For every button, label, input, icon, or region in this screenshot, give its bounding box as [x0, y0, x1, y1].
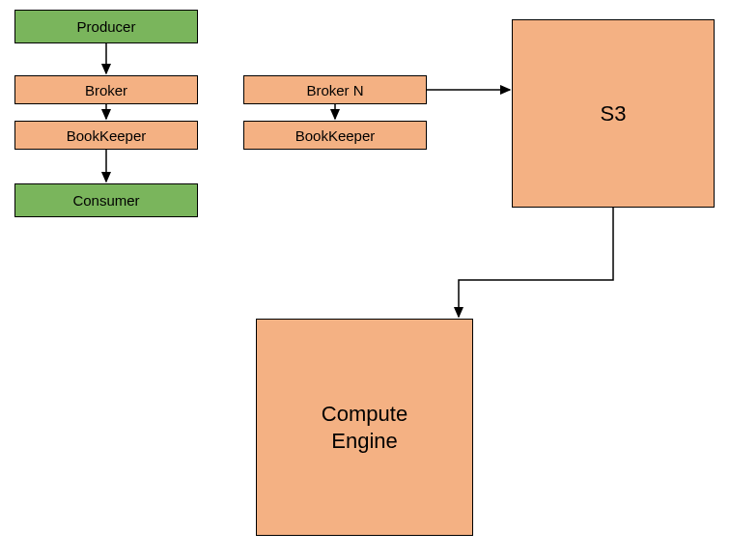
node-s3: S3: [512, 19, 715, 208]
node-broker: Broker: [14, 75, 198, 104]
node-broker-n-label: Broker N: [306, 82, 363, 98]
node-producer-label: Producer: [77, 18, 136, 35]
node-bookkeeper: BookKeeper: [14, 121, 198, 150]
node-broker-n: Broker N: [243, 75, 427, 104]
node-bookkeeper-label: BookKeeper: [67, 127, 147, 144]
node-bookkeeper-n: BookKeeper: [243, 121, 427, 150]
node-broker-label: Broker: [85, 82, 127, 98]
node-compute-engine: Compute Engine: [256, 319, 473, 536]
arrow-s3-to-compute: [459, 208, 613, 317]
node-producer: Producer: [14, 10, 198, 43]
node-consumer-label: Consumer: [72, 192, 139, 209]
node-bookkeeper-n-label: BookKeeper: [295, 127, 376, 144]
node-consumer: Consumer: [14, 183, 198, 217]
node-s3-label: S3: [601, 101, 627, 126]
node-compute-engine-label: Compute Engine: [322, 401, 407, 454]
